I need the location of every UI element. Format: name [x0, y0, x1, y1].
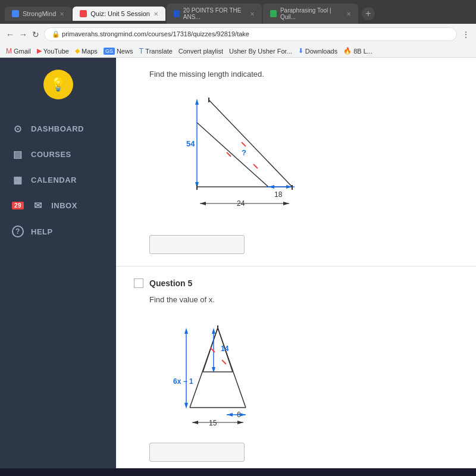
url-text: primaverahs.strongmind.com/courses/17318… — [62, 30, 249, 37]
bookmark-gmail-label: Gmail — [14, 48, 31, 55]
bookmark-translate-label: Translate — [145, 48, 172, 55]
tab-label: StrongMind — [23, 10, 56, 17]
courses-icon: ▤ — [12, 149, 24, 160]
download-icon: ⬇ — [298, 47, 303, 55]
sidebar-item-help-label: HELP — [31, 227, 53, 236]
svg-line-3 — [209, 100, 292, 187]
sidebar-item-dashboard[interactable]: ⊙ DASHBOARD — [0, 117, 116, 140]
bookmark-8b[interactable]: 🔥 8B L... — [343, 47, 372, 55]
bookmark-maps[interactable]: ◆ Maps — [75, 47, 98, 55]
sidebar-item-help[interactable]: ? HELP — [0, 220, 116, 243]
news-icon: GS — [104, 48, 115, 55]
bookmark-gmail[interactable]: M Gmail — [6, 47, 31, 55]
tab-close-icon[interactable]: ✕ — [60, 11, 64, 17]
tab-close-quiz-icon[interactable]: ✕ — [154, 11, 158, 17]
back-button[interactable]: ← — [6, 30, 14, 39]
q4-diagram-area: 54 ? — [149, 87, 458, 226]
svg-line-4 — [197, 123, 268, 187]
bookmark-usher[interactable]: Usher By Usher For... — [229, 48, 292, 55]
sidebar: 💡 ⊙ DASHBOARD ▤ COURSES ▦ CALENDAR 29 ✉ … — [0, 58, 116, 468]
help-icon: ? — [12, 226, 24, 237]
bookmark-8b-label: 8B L... — [353, 48, 372, 55]
svg-line-10 — [242, 142, 246, 146]
sidebar-item-courses[interactable]: ▤ COURSES — [0, 143, 116, 166]
svg-line-31 — [211, 348, 215, 352]
bookmark-usher-label: Usher By Usher For... — [229, 48, 292, 55]
svg-line-23 — [218, 328, 246, 408]
q4-label-54: 54 — [186, 139, 195, 148]
svg-line-11 — [253, 164, 258, 168]
q4-answer-box[interactable] — [149, 235, 245, 254]
q5-header: Question 5 — [134, 278, 458, 288]
bookmark-news[interactable]: GS News — [104, 48, 133, 55]
forward-button[interactable]: → — [19, 30, 27, 39]
q5-label-15: 15 — [209, 419, 217, 427]
sidebar-item-courses-label: COURSES — [31, 150, 71, 159]
q5-label-6x1: 6x − 1 — [173, 377, 193, 386]
tab-paraphrase[interactable]: Paraphrasing Tool | Quil... ✕ — [263, 4, 358, 24]
gmail-icon: M — [6, 47, 12, 55]
tab-label-points: 20 POINTS FOR THE ANS... — [183, 7, 246, 20]
bookmark-downloads[interactable]: ⬇ Downloads — [298, 47, 337, 55]
new-tab-button[interactable]: + — [362, 7, 375, 20]
q5-checkbox[interactable] — [134, 278, 143, 288]
tab-favicon-quiz — [80, 10, 87, 17]
tab-label-quiz: Quiz: Unit 5 Session — [90, 10, 150, 17]
dashboard-icon: ⊙ — [12, 123, 24, 134]
tab-strongmind[interactable]: StrongMind ✕ — [5, 7, 71, 21]
tab-favicon-points — [174, 10, 180, 17]
bookmark-downloads-label: Downloads — [305, 48, 337, 55]
q5-diagram-area: 14 6x − 1 6 1 — [149, 312, 458, 434]
tab-close-points-icon[interactable]: ✕ — [250, 11, 255, 17]
translate-icon: T — [139, 46, 143, 55]
calendar-icon: ▦ — [12, 174, 24, 186]
maps-icon: ◆ — [75, 47, 80, 55]
q5-label-14: 14 — [221, 345, 229, 353]
svg-marker-35 — [240, 413, 246, 416]
question5-block: Question 5 Find the value of x. — [116, 267, 476, 468]
bookmark-convert[interactable]: Convert playlist — [178, 48, 223, 55]
q4-diagram-svg: 54 ? — [149, 87, 328, 224]
bookmark-maps-label: Maps — [82, 48, 98, 55]
sidebar-nav: ⊙ DASHBOARD ▤ COURSES ▦ CALENDAR 29 ✉ IN… — [0, 117, 116, 243]
main-area: 💡 ⊙ DASHBOARD ▤ COURSES ▦ CALENDAR 29 ✉ … — [0, 58, 476, 468]
svg-marker-8 — [268, 185, 274, 189]
q4-label-18: 18 — [274, 190, 283, 199]
sidebar-item-calendar[interactable]: ▦ CALENDAR — [0, 168, 116, 192]
sidebar-item-inbox[interactable]: 29 ✉ INBOX — [0, 194, 116, 217]
address-bar-row: ← → ↻ 🔒 primaverahs.strongmind.com/cours… — [0, 24, 476, 45]
svg-line-32 — [222, 360, 226, 364]
bookmark-8b-icon: 🔥 — [343, 47, 352, 55]
svg-marker-29 — [184, 328, 188, 334]
sidebar-item-inbox-label: INBOX — [51, 201, 77, 210]
bookmark-translate[interactable]: T Translate — [139, 46, 172, 55]
bookmark-youtube-label: YouTube — [43, 48, 69, 55]
sidebar-item-calendar-label: CALENDAR — [31, 176, 77, 184]
tab-close-para-icon[interactable]: ✕ — [346, 11, 351, 17]
bookmarks-bar: M Gmail ▶ YouTube ◆ Maps GS News T Trans… — [0, 45, 476, 58]
tab-favicon — [12, 10, 19, 17]
menu-button[interactable]: ⋮ — [462, 30, 470, 39]
sidebar-item-dashboard-label: DASHBOARD — [31, 124, 84, 133]
svg-marker-1 — [195, 99, 199, 105]
tab-quiz[interactable]: Quiz: Unit 5 Session ✕ — [73, 7, 165, 21]
svg-marker-34 — [227, 413, 233, 416]
refresh-button[interactable]: ↻ — [32, 30, 39, 39]
svg-marker-17 — [283, 202, 289, 205]
q5-instruction: Find the value of x. — [149, 295, 458, 304]
tab-bar: StrongMind ✕ Quiz: Unit 5 Session ✕ 20 P… — [0, 0, 476, 24]
bookmark-convert-label: Convert playlist — [178, 48, 223, 55]
svg-marker-37 — [192, 421, 198, 424]
tab-favicon-para — [270, 10, 277, 17]
bookmark-youtube[interactable]: ▶ YouTube — [37, 47, 69, 55]
lock-icon: 🔒 — [52, 30, 62, 37]
q5-answer-box[interactable] — [149, 443, 245, 462]
inbox-badge: 29 — [12, 202, 24, 209]
svg-marker-26 — [212, 328, 215, 334]
inbox-icon: ✉ — [32, 200, 44, 211]
logo-icon: 💡 — [50, 77, 66, 92]
tab-20points[interactable]: 20 POINTS FOR THE ANS... ✕ — [167, 4, 262, 24]
svg-marker-38 — [237, 421, 243, 424]
browser-chrome: StrongMind ✕ Quiz: Unit 5 Session ✕ 20 P… — [0, 0, 476, 58]
address-bar[interactable]: 🔒 primaverahs.strongmind.com/courses/173… — [44, 27, 457, 41]
